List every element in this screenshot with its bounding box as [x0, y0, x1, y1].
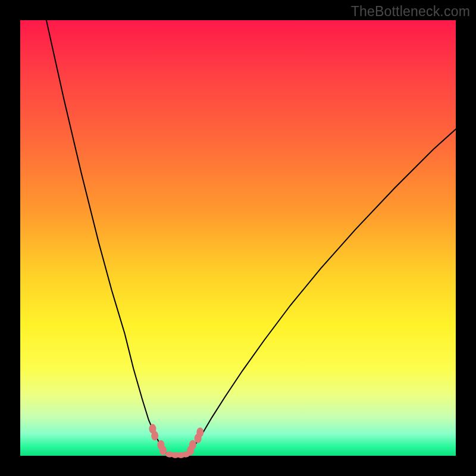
watermark-text: TheBottleneck.com: [351, 4, 470, 20]
marker-dot: [181, 452, 190, 458]
chart-frame: TheBottleneck.com: [0, 0, 476, 476]
curve-right: [186, 129, 456, 456]
curve-left: [46, 20, 168, 456]
curve-layer: [20, 20, 456, 456]
marker-dot: [189, 440, 196, 450]
marker-dot: [196, 428, 203, 437]
marker-dot: [151, 431, 158, 440]
plot-area: [20, 20, 456, 456]
marker-group: [149, 424, 204, 458]
